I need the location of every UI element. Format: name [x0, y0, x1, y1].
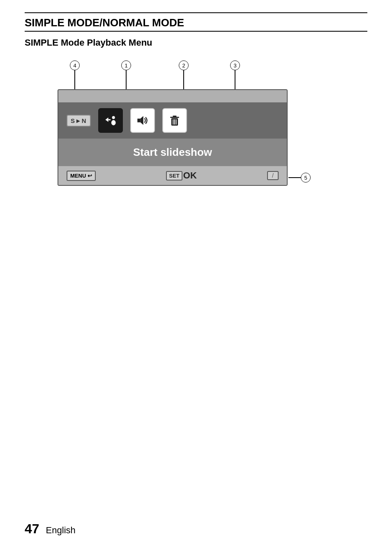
diagram-area: 4 1 2 3: [58, 60, 304, 187]
callout-5-container: 5: [288, 173, 311, 183]
sn-badge: S►N: [67, 115, 91, 127]
trash-icon-svg: [167, 113, 182, 128]
page-language: English: [46, 525, 76, 536]
screen-top-bar: [58, 90, 287, 102]
callout-1: 1: [121, 60, 131, 70]
sub-title: SIMPLE Mode Playback Menu: [25, 37, 367, 48]
delete-icon: [162, 108, 187, 133]
callout-line-5: [288, 177, 301, 178]
callout-line-2: [183, 70, 184, 89]
page-container: SIMPLE MODE/NORMAL MODE SIMPLE Mode Play…: [0, 0, 392, 553]
menu-label: MENU: [70, 173, 86, 179]
controls-bar: MENU ↩ SET OK /: [58, 166, 287, 185]
slideshow-bar: Start slideshow: [58, 139, 287, 166]
main-title: SIMPLE MODE/NORMAL MODE: [25, 16, 367, 29]
scene-icon-svg: [103, 113, 118, 128]
callout-5: 5: [301, 173, 311, 183]
callout-line-4: [74, 70, 75, 89]
callout-row: 4 1 2 3: [58, 60, 304, 89]
section-divider: [25, 31, 367, 32]
scene-transfer-icon: [98, 108, 123, 133]
menu-arrow-icon: ↩: [88, 173, 92, 179]
svg-marker-5: [140, 116, 143, 125]
svg-rect-7: [173, 116, 176, 117]
callout-line-3: [235, 70, 235, 89]
callout-4: 4: [70, 60, 80, 70]
callout-2: 2: [179, 60, 189, 70]
callout-3: 3: [230, 60, 240, 70]
camera-screen: S►N: [58, 89, 288, 186]
svg-rect-4: [137, 119, 140, 123]
menu-button: MENU ↩: [67, 171, 96, 181]
set-ok-control: SET OK: [166, 170, 196, 181]
page-number: 47: [25, 521, 39, 537]
svg-point-2: [112, 116, 115, 119]
audio-icon-svg: [135, 113, 150, 128]
callout-line-1: [126, 70, 127, 89]
svg-rect-6: [170, 117, 179, 118]
audio-icon: [130, 108, 155, 133]
set-label: SET: [166, 171, 182, 180]
svg-marker-0: [105, 118, 108, 122]
svg-point-3: [111, 120, 115, 125]
corner-icon: /: [267, 171, 279, 180]
ok-label: OK: [183, 170, 197, 181]
top-border: [25, 12, 367, 13]
icons-row: S►N: [58, 102, 287, 139]
page-footer: 47 English: [25, 521, 76, 537]
